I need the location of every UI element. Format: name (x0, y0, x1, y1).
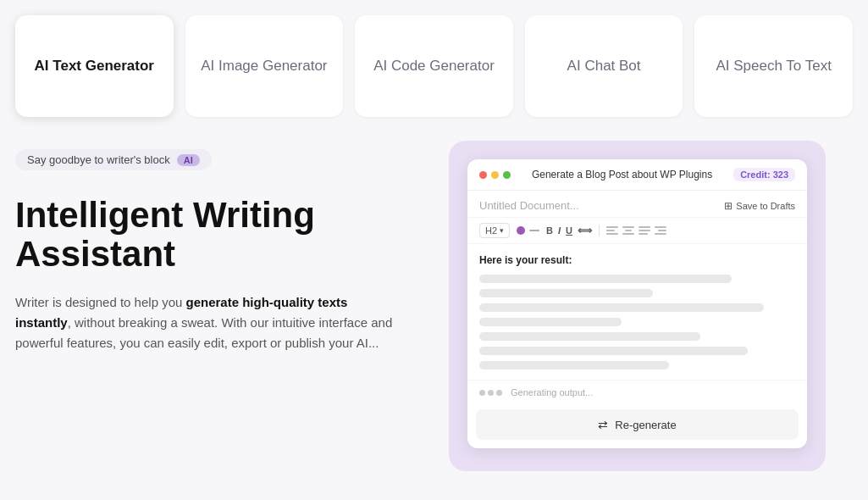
credit-label: Credit: (740, 169, 770, 180)
chevron-down-icon: ▾ (500, 226, 504, 235)
card-label-ai-image-generator: AI Image Generator (201, 57, 327, 75)
gen-dot-3 (496, 390, 502, 396)
ui-save-btn[interactable]: Save to Drafts (724, 200, 795, 212)
tag-badge: Say goodbye to writer's block AI (15, 149, 212, 170)
main-description: Writer is designed to help you generate … (15, 292, 396, 353)
ui-doc-title: Untitled Document... (479, 199, 579, 212)
ui-top-bar: Generate a Blog Post about WP Plugins Cr… (467, 159, 807, 191)
align-left-icon[interactable] (606, 226, 618, 235)
card-label-ai-speech-to-text: AI Speech To Text (716, 57, 831, 75)
align-justify-icon[interactable] (639, 226, 650, 235)
heading-line1: Intelligent Writing (15, 195, 315, 235)
card-ai-code-generator[interactable]: AI Code Generator (355, 15, 513, 117)
align-right-icon[interactable] (655, 226, 666, 235)
badge-ai-tag: AI (177, 154, 200, 166)
credit-value: 323 (773, 169, 788, 180)
skeleton-line-6 (479, 347, 748, 355)
ui-preview-wrapper: Generate a Blog Post about WP Plugins Cr… (449, 141, 826, 471)
gen-dot-2 (488, 390, 494, 396)
card-label-ai-text-generator: AI Text Generator (35, 57, 154, 75)
link-btn[interactable]: ⟺ (578, 225, 592, 236)
card-ai-chat-bot[interactable]: AI Chat Bot (525, 15, 683, 117)
toolbar-divider (599, 225, 600, 236)
card-ai-text-generator[interactable]: AI Text Generator (15, 15, 174, 117)
regen-button[interactable]: ⇄ Re-generate (476, 409, 799, 440)
gen-dots (479, 390, 502, 396)
toolbar-h2-label: H2 (485, 225, 497, 236)
ui-credit: Credit: 323 (733, 168, 795, 181)
skeleton-line-4 (479, 318, 622, 326)
toolbar-align-icons (606, 226, 666, 235)
dot-green (503, 171, 511, 179)
toolbar-text-btns: B I U ⟺ (546, 225, 592, 236)
ui-prompt: Generate a Blog Post about WP Plugins (532, 169, 712, 181)
left-content: Say goodbye to writer's block AI Intelli… (15, 141, 422, 471)
skeleton-line-1 (479, 275, 732, 283)
desc-before: Writer is designed to help you (15, 295, 186, 309)
ui-content: Here is your result: (467, 244, 807, 380)
right-content: Generate a Blog Post about WP Plugins Cr… (422, 141, 853, 471)
badge-text: Say goodbye to writer's block (27, 153, 170, 166)
align-center-icon[interactable] (622, 226, 634, 235)
underline-btn[interactable]: U (566, 225, 572, 236)
card-label-ai-code-generator: AI Code Generator (373, 57, 495, 75)
heading-line2: Assistant (15, 234, 175, 274)
generating-text: Generating output... (511, 387, 593, 397)
skeleton-line-2 (479, 289, 653, 297)
gen-dot-1 (479, 390, 485, 396)
italic-btn[interactable]: I (558, 225, 561, 236)
generating-bar: Generating output... (467, 380, 807, 404)
dot-red (479, 171, 487, 179)
regen-label: Re-generate (615, 419, 676, 431)
skeleton-lines (479, 275, 795, 369)
card-ai-image-generator[interactable]: AI Image Generator (185, 15, 344, 117)
skeleton-line-7 (479, 361, 669, 369)
regen-icon: ⇄ (598, 418, 608, 431)
card-ai-speech-to-text[interactable]: AI Speech To Text (694, 15, 853, 117)
desc-after: , without breaking a sweat. With our int… (15, 315, 392, 350)
ui-dots (479, 171, 511, 179)
card-label-ai-chat-bot: AI Chat Bot (567, 57, 641, 75)
ui-card: Generate a Blog Post about WP Plugins Cr… (467, 159, 807, 448)
main-heading: Intelligent Writing Assistant (15, 196, 396, 274)
toolbar-color-icons (517, 226, 539, 235)
skeleton-line-3 (479, 303, 764, 312)
bold-btn[interactable]: B (546, 225, 553, 236)
main-section: Say goodbye to writer's block AI Intelli… (0, 132, 868, 471)
toolbar-h2-select[interactable]: H2 ▾ (479, 223, 510, 238)
result-label: Here is your result: (479, 254, 795, 266)
dot-yellow (491, 171, 499, 179)
ui-doc-area: Untitled Document... Save to Drafts (467, 191, 807, 218)
toolbar-pen-icon (529, 230, 539, 231)
toolbar-color-dot (517, 226, 525, 235)
ui-toolbar: H2 ▾ B I U ⟺ (467, 218, 807, 244)
skeleton-line-5 (479, 332, 700, 341)
cards-row: AI Text GeneratorAI Image GeneratorAI Co… (0, 0, 868, 132)
